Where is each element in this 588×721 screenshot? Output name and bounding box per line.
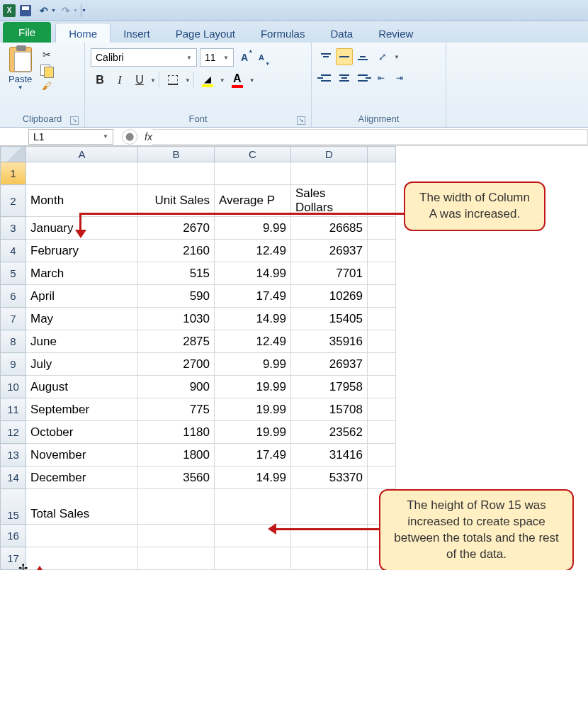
cell[interactable]: 590 [138,285,215,308]
tab-review[interactable]: Review [366,23,426,43]
undo-dropdown-icon[interactable]: ▼ [51,8,56,13]
save-button[interactable] [17,3,34,18]
cell[interactable]: February [26,240,138,262]
row-header-9[interactable]: 9 [1,353,26,376]
italic-button[interactable]: I [111,71,129,89]
cell[interactable]: 10269 [291,285,368,308]
cell[interactable]: December [26,466,138,489]
cell[interactable]: 1180 [138,421,215,444]
cell[interactable]: Unit Sales [138,185,215,217]
cell[interactable] [368,444,396,466]
font-launcher-icon[interactable]: ↘ [297,116,305,125]
qat-customize-icon[interactable]: ▼ [81,8,86,13]
tab-data[interactable]: Data [317,23,366,43]
select-all-corner[interactable] [1,147,26,162]
cell[interactable] [368,330,396,353]
borders-button[interactable] [162,71,183,89]
cell[interactable]: November [26,444,138,466]
cell[interactable]: 17.49 [215,444,291,466]
cell[interactable]: 2875 [138,330,215,353]
cell[interactable]: July [26,353,138,376]
orientation-button[interactable]: ⤢ [373,48,392,65]
fill-color-button[interactable]: ◢ [197,71,218,89]
cell[interactable] [138,547,215,570]
cell[interactable]: 19.99 [215,398,291,421]
tab-formulas[interactable]: Formulas [248,23,318,43]
font-color-dropdown-icon[interactable]: ▼ [249,77,255,84]
cell[interactable]: 1030 [138,308,215,330]
cell[interactable]: 9.99 [215,217,291,240]
align-top-button[interactable] [317,48,334,65]
cell[interactable] [368,185,396,217]
align-center-button[interactable] [336,69,353,86]
cell[interactable]: April [26,285,138,308]
row-header-16[interactable]: 16 [1,525,26,547]
tab-home[interactable]: Home [55,23,111,43]
col-header-b[interactable]: B [138,147,215,162]
cell[interactable]: 7701 [291,262,368,285]
underline-button[interactable]: U [130,71,149,89]
tab-file[interactable]: File [3,22,51,43]
cell[interactable]: 775 [138,398,215,421]
cell[interactable]: 12.49 [215,330,291,353]
cell[interactable] [291,162,368,185]
paste-button[interactable]: Paste ▼ [4,45,36,92]
row-header-3[interactable]: 3 [1,217,26,240]
cancel-formula-button[interactable]: ⬤ [122,129,137,145]
cell[interactable] [368,262,396,285]
cell[interactable] [368,421,396,444]
cell[interactable]: Average P [215,185,291,217]
align-left-button[interactable] [317,69,334,86]
cell[interactable]: 15708 [291,398,368,421]
cell[interactable]: 35916 [291,330,368,353]
cell[interactable]: June [26,330,138,353]
row-header-7[interactable]: 7 [1,308,26,330]
cell[interactable]: 14.99 [215,466,291,489]
cell[interactable] [368,398,396,421]
font-color-button[interactable]: A [227,71,248,89]
row-header-14[interactable]: 14 [1,466,26,489]
cell[interactable]: 3560 [138,466,215,489]
cell[interactable]: 31416 [291,444,368,466]
fill-dropdown-icon[interactable]: ▼ [220,77,225,84]
col-header-a[interactable]: A [26,147,138,162]
row-header-13[interactable]: 13 [1,444,26,466]
cell[interactable] [368,217,396,240]
cell[interactable]: September [26,398,138,421]
cell[interactable] [291,489,368,525]
cell[interactable] [368,240,396,262]
row-header-2[interactable]: 2 [1,185,26,217]
cell[interactable]: Total Sales [26,489,138,525]
cell[interactable] [368,162,396,185]
cell[interactable]: Sales Dollars [291,185,368,217]
undo-button[interactable]: ↶ [35,3,52,18]
cell[interactable] [26,162,138,185]
fx-icon[interactable]: fx [145,131,152,142]
cell[interactable] [368,285,396,308]
cell[interactable]: 14.99 [215,308,291,330]
cell[interactable]: 9.99 [215,353,291,376]
cell[interactable]: October [26,421,138,444]
cell[interactable]: 53370 [291,466,368,489]
name-box[interactable]: L1▼ [28,129,113,145]
cell[interactable]: March [26,262,138,285]
format-painter-button[interactable]: 🖌 [39,79,55,92]
row-header-4[interactable]: 4 [1,240,26,262]
font-name-select[interactable]: Calibri▼ [91,48,197,67]
cell[interactable]: 15405 [291,308,368,330]
row-header-11[interactable]: 11 [1,398,26,421]
shrink-font-button[interactable]: A [254,48,269,67]
paste-dropdown-icon[interactable]: ▼ [18,84,23,91]
font-size-select[interactable]: 11▼ [200,48,234,67]
cell[interactable] [138,525,215,547]
copy-button[interactable] [39,64,55,77]
cell[interactable] [215,489,291,525]
align-bottom-button[interactable] [354,48,371,65]
tab-page-layout[interactable]: Page Layout [163,23,248,43]
cell[interactable] [26,525,138,547]
cell[interactable] [215,162,291,185]
cell[interactable] [368,466,396,489]
worksheet-grid[interactable]: A B C D 1 2MonthUnit SalesAverage PSales… [0,146,396,570]
cell[interactable] [368,353,396,376]
cell[interactable]: 19.99 [215,376,291,398]
